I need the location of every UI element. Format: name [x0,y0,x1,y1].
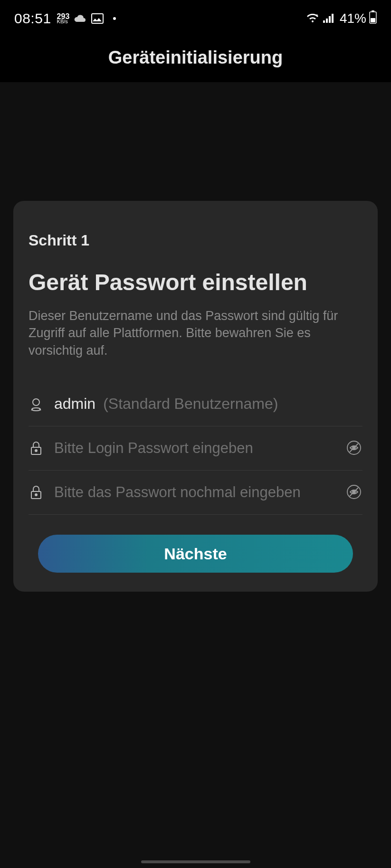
svg-point-10 [32,408,40,411]
svg-rect-3 [326,19,328,23]
status-bar: 08:51 293 KB/s 6 41% [0,0,391,28]
svg-rect-0 [92,14,103,23]
notification-dot-icon [113,17,116,20]
username-value: admin [54,395,95,413]
confirm-password-input[interactable] [54,484,335,501]
svg-line-15 [350,443,358,452]
password-input[interactable] [54,440,335,457]
eye-off-icon [346,440,362,457]
battery-icon [369,10,377,27]
network-speed-indicator: 293 KB/s [57,13,70,24]
svg-rect-5 [332,14,334,23]
setup-card: Schritt 1 Gerät Passwort einstellen Dies… [13,201,378,592]
signal-icon [323,10,335,27]
home-indicator[interactable] [141,860,250,863]
card-title: Gerät Passwort einstellen [29,268,362,297]
lock-icon [29,441,44,456]
confirm-password-field-row [29,471,362,515]
step-label: Schritt 1 [29,232,362,249]
svg-rect-2 [323,20,325,23]
app-header: Geräteinitialisierung [0,28,391,82]
username-hint: (Standard Benutzername) [103,395,278,413]
svg-rect-4 [329,16,331,23]
lock-icon [29,485,44,500]
svg-point-17 [35,494,37,496]
next-button[interactable]: Nächste [38,535,353,573]
app-body: Schritt 1 Gerät Passwort einstellen Dies… [0,82,391,868]
page-title: Geräteinitialisierung [0,47,391,68]
svg-rect-8 [371,18,375,22]
username-content: admin (Standard Benutzername) [54,395,362,413]
battery-percentage: 41% [340,11,366,26]
password-field-row [29,426,362,471]
username-field-row: admin (Standard Benutzername) [29,382,362,426]
svg-point-9 [33,399,39,406]
status-bar-left: 08:51 293 KB/s [14,10,116,27]
wifi-icon: 6 [305,10,320,27]
svg-point-12 [35,450,37,452]
gallery-icon [91,13,104,24]
toggle-confirm-password-visibility-button[interactable] [345,484,362,501]
eye-off-icon [346,484,362,501]
toggle-password-visibility-button[interactable] [345,440,362,457]
speed-unit: KB/s [57,19,70,24]
status-time: 08:51 [14,10,51,27]
svg-text:6: 6 [316,13,318,18]
card-description: Dieser Benutzername und das Passwort sin… [29,307,362,359]
svg-line-20 [350,488,358,496]
user-icon [29,396,44,412]
status-bar-right: 6 41% [305,10,377,27]
cloud-icon [74,14,86,23]
